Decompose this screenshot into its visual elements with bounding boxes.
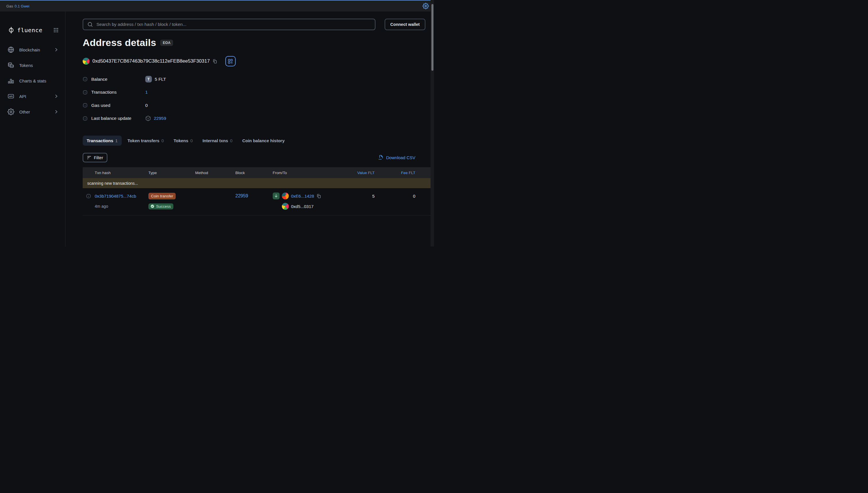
scrollbar-track[interactable] — [431, 0, 434, 246]
info-label: Transactions — [91, 90, 145, 95]
address-info-list: Balance T 5 FLT Transactions 1 G — [83, 73, 431, 125]
info-icon[interactable] — [83, 77, 88, 82]
tab-count: 0 — [230, 138, 232, 143]
token-symbol-chip: T — [145, 76, 152, 83]
download-csv-label: Download CSV — [386, 155, 415, 160]
info-row-last-balance-update: Last balance update 22959 — [83, 112, 431, 125]
globe-icon — [7, 46, 14, 53]
address-avatar — [83, 58, 90, 65]
filter-button[interactable]: Filter — [83, 153, 107, 162]
address-type-badge: EOA — [160, 40, 173, 46]
info-icon[interactable] — [83, 116, 88, 121]
apps-grid-icon[interactable] — [53, 27, 59, 33]
info-row-balance: Balance T 5 FLT — [83, 73, 431, 86]
col-method: Method — [195, 171, 235, 175]
csv-file-icon: csv — [378, 154, 384, 160]
tab-label: Internal txns — [202, 138, 228, 143]
block-cube-icon — [145, 115, 151, 121]
sidebar-item-charts-stats[interactable]: Charts & stats — [0, 73, 65, 88]
sidebar-item-api[interactable]: API API — [0, 88, 65, 104]
sidebar-item-blockchain[interactable]: Blockchain — [0, 42, 65, 58]
tab-label: Transactions — [87, 138, 113, 143]
search-bar[interactable] — [83, 19, 375, 30]
sidebar-item-other[interactable]: Other — [0, 104, 65, 120]
api-icon: API — [7, 93, 14, 100]
check-circle-icon — [151, 204, 155, 208]
gas-tracker[interactable]: Gas 0.1 Gwei — [6, 4, 29, 8]
txn-method — [195, 192, 235, 199]
block-link[interactable]: 22959 — [235, 193, 248, 198]
col-txn-hash: Txn hash — [95, 171, 149, 175]
table-row: 0x3b71904875...74cb 4m ago Coin transfer… — [83, 188, 431, 215]
qr-code-button[interactable] — [225, 56, 236, 66]
download-csv-link[interactable]: csv Download CSV — [378, 154, 431, 160]
info-label: Last balance update — [91, 116, 145, 121]
main-content: Connect wallet Address details EOA 0xd50… — [65, 12, 434, 246]
scrollbar-thumb[interactable] — [431, 4, 433, 71]
topbar: Gas 0.1 Gwei — [0, 0, 434, 12]
svg-text:csv: csv — [379, 158, 382, 160]
filter-label: Filter — [94, 155, 103, 160]
col-value-flt[interactable]: Value FLT — [342, 171, 374, 175]
sidebar-item-label: Other — [19, 109, 30, 114]
status-label: Success — [156, 204, 171, 209]
transactions-table: Txn hash Type Method Block From/To Value… — [83, 167, 431, 215]
filter-icon — [87, 155, 91, 160]
sidebar-item-tokens[interactable]: Tokens — [0, 58, 65, 73]
table-header: Txn hash Type Method Block From/To Value… — [83, 167, 431, 178]
col-block: Block — [235, 171, 273, 175]
bar-chart-icon — [7, 77, 14, 84]
chevron-right-icon — [54, 94, 58, 98]
txn-fee: 0 — [374, 194, 415, 198]
to-address: 0xd5...0317 — [291, 204, 314, 209]
col-type: Type — [149, 171, 195, 175]
info-icon[interactable] — [83, 103, 88, 108]
txn-info-icon[interactable] — [86, 194, 91, 198]
last-balance-update-block-link[interactable]: 22959 — [154, 116, 166, 121]
search-input[interactable] — [96, 22, 371, 27]
brand-name[interactable]: fluence — [17, 27, 43, 34]
gas-label: Gas — [6, 4, 13, 8]
copy-icon[interactable] — [212, 59, 217, 64]
from-address-link[interactable]: 0xE6...1428 — [291, 194, 314, 198]
tab-label: Coin balance history — [242, 138, 285, 143]
chevron-right-icon — [54, 48, 58, 52]
direction-in-icon — [273, 192, 279, 199]
tab-count: 0 — [190, 138, 192, 143]
info-row-gas-used: Gas used 0 — [83, 99, 431, 112]
info-label: Gas used — [91, 103, 145, 108]
sidebar: fluence Blockchain Tokens — [0, 12, 65, 246]
info-row-transactions: Transactions 1 — [83, 86, 431, 99]
copy-icon[interactable] — [316, 194, 321, 198]
gas-used-value: 0 — [145, 103, 148, 108]
info-label: Balance — [91, 77, 145, 82]
sidebar-nav: Blockchain Tokens Charts & stats — [0, 42, 65, 120]
sidebar-item-label: Charts & stats — [19, 79, 46, 83]
search-icon — [87, 22, 93, 27]
chevron-right-icon — [54, 110, 58, 114]
address-hash: 0xd50437E7CB67463b79C38c112eFEB8ee53F303… — [92, 58, 210, 64]
txn-age: 4m ago — [95, 204, 108, 209]
txn-type-badge: Coin transfer — [149, 193, 176, 199]
info-icon[interactable] — [83, 90, 88, 95]
tab-coin-balance-history[interactable]: Coin balance history — [238, 135, 289, 146]
from-avatar — [282, 192, 289, 199]
tab-label: Token transfers — [128, 138, 159, 143]
tab-count: 0 — [161, 138, 164, 143]
settings-gear-icon[interactable] — [422, 3, 429, 9]
col-fee-flt[interactable]: Fee FLT — [374, 171, 431, 175]
txn-value: 5 — [342, 194, 374, 198]
tab-transactions[interactable]: Transactions 1 — [83, 135, 122, 146]
connect-wallet-button[interactable]: Connect wallet — [385, 19, 426, 30]
tab-internal-txns[interactable]: Internal txns 0 — [198, 135, 236, 146]
txn-hash-link[interactable]: 0x3b71904875...74cb — [95, 194, 136, 198]
sidebar-item-label: Blockchain — [19, 47, 40, 52]
gear-icon — [7, 108, 14, 115]
balance-value: 5 FLT — [155, 77, 166, 82]
transactions-count-link[interactable]: 1 — [145, 90, 148, 95]
coins-icon — [7, 62, 14, 69]
page-title: Address details — [83, 37, 156, 48]
tab-tokens[interactable]: Tokens 0 — [169, 135, 197, 146]
tab-token-transfers[interactable]: Token transfers 0 — [123, 135, 168, 146]
scanning-notice: scanning new transactions... — [83, 178, 431, 188]
